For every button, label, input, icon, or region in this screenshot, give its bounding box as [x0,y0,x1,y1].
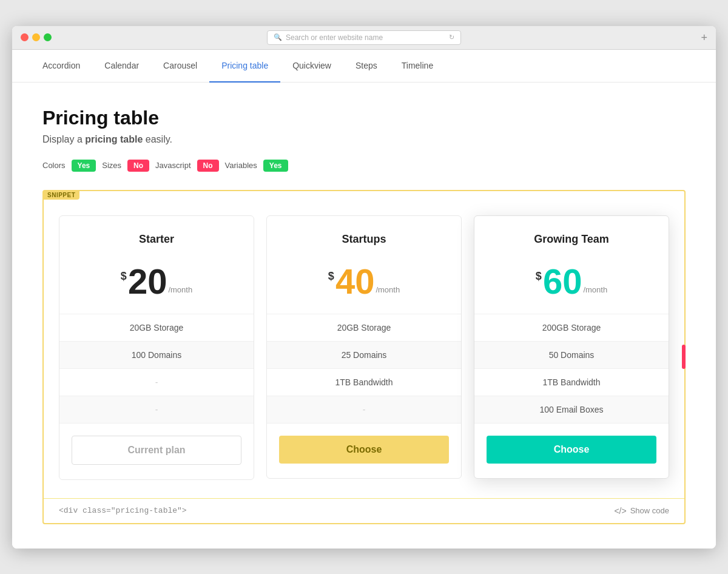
feature-bandwidth-starter: - [59,369,254,396]
feature-domains-starter: 100 Domains [59,342,254,369]
price-amount-growing-team: 60 [543,264,582,299]
address-bar[interactable]: 🔍 Search or enter website name ↻ [267,30,461,45]
refresh-icon[interactable]: ↻ [449,33,454,41]
address-text: Search or enter website name [286,33,383,42]
feature-domains-startups: 25 Domains [267,342,461,369]
feature-storage-startups: 20GB Storage [267,314,461,342]
tab-steps[interactable]: Steps [343,50,389,83]
card-header-startups: Startups [267,216,461,258]
pricing-card-startups: Startups $ 40 /month 20GB Storage 25 Dom… [266,215,462,479]
page-subtitle: Display a pricing table easily. [42,134,686,145]
snippet-footer: <div class="pricing-table"> </> Show cod… [44,498,684,523]
current-plan-button: Current plan [72,436,241,465]
card-header-starter: Starter [59,216,254,258]
traffic-lights [21,33,52,41]
card-price-startups: $ 40 /month [267,258,461,314]
feature-storage-starter: 20GB Storage [59,314,254,342]
tags-row: Colors Yes Sizes No Javascript No Variab… [42,160,686,172]
card-features-starter: 20GB Storage 100 Domains - - [59,314,254,424]
tab-carousel[interactable]: Carousel [151,50,209,83]
show-code-label: Show code [630,506,669,515]
tab-quickview[interactable]: Quickview [280,50,343,83]
card-footer-startups: Choose [267,424,461,478]
feature-email-growing-team: 100 Email Boxes [474,396,669,424]
feature-storage-growing-team: 200GB Storage [474,314,669,342]
feature-email-starter: - [59,396,254,424]
snippet-label: SNIPPET [43,191,79,200]
tag-badge-sizes: No [127,160,149,172]
card-price-growing-team: $ 60 /month [474,258,669,314]
price-dollar-startups: $ [328,270,334,283]
snippet-box: SNIPPET Starter $ 20 /month 20GB Storage… [42,190,686,524]
tag-badge-javascript: No [197,160,219,172]
tag-label-variables: Variables [225,161,257,170]
feature-bandwidth-growing-team: 1TB Bandwidth [474,369,669,396]
choose-growing-team-button[interactable]: Choose [487,436,656,464]
pricing-card-growing-team: Growing Team $ 60 /month 200GB Storage 5… [474,215,669,479]
price-period-growing-team: /month [583,285,607,294]
subtitle-bold: pricing table [85,134,143,144]
tab-calendar[interactable]: Calendar [92,50,151,83]
tag-badge-variables: Yes [263,160,288,172]
nav-tabs: Accordion Calendar Carousel Pricing tabl… [12,50,716,83]
show-code-button[interactable]: </> Show code [614,506,669,516]
choose-startups-button[interactable]: Choose [279,436,449,464]
card-footer-starter: Current plan [59,424,254,479]
maximize-button[interactable] [44,33,52,41]
feature-domains-growing-team: 50 Domains [474,342,669,369]
card-header-growing-team: Growing Team [474,216,669,258]
card-features-growing-team: 200GB Storage 50 Domains 1TB Bandwidth 1… [474,314,669,424]
price-amount-starter: 20 [128,264,167,299]
tag-label-javascript: Javascript [155,161,191,170]
scroll-hint [682,345,686,369]
tag-label-sizes: Sizes [102,161,121,170]
close-button[interactable] [21,33,29,41]
feature-email-startups: - [267,396,461,424]
code-icon: </> [614,506,626,516]
card-price-starter: $ 20 /month [59,258,254,314]
new-tab-button[interactable]: + [701,32,707,43]
browser-window: 🔍 Search or enter website name ↻ + Accor… [12,26,716,549]
search-icon: 🔍 [274,33,282,41]
card-features-startups: 20GB Storage 25 Domains 1TB Bandwidth - [267,314,461,424]
code-preview: <div class="pricing-table"> [59,506,187,515]
feature-bandwidth-startups: 1TB Bandwidth [267,369,461,396]
price-period-startups: /month [376,285,400,294]
subtitle-suffix: easily. [143,134,172,144]
page-title: Pricing table [42,107,686,129]
tab-pricing-table[interactable]: Pricing table [209,50,280,83]
pricing-card-starter: Starter $ 20 /month 20GB Storage 100 Dom… [59,215,254,480]
tab-accordion[interactable]: Accordion [30,50,92,83]
tag-badge-colors: Yes [72,160,96,172]
price-dollar-growing-team: $ [536,270,542,283]
price-period-starter: /month [168,285,192,294]
price-dollar-starter: $ [121,270,127,283]
card-footer-growing-team: Choose [474,424,669,478]
minimize-button[interactable] [32,33,40,41]
main-content: Pricing table Display a pricing table ea… [12,83,716,549]
pricing-table: Starter $ 20 /month 20GB Storage 100 Dom… [59,209,669,498]
tab-timeline[interactable]: Timeline [389,50,445,83]
title-bar: 🔍 Search or enter website name ↻ + [12,26,716,50]
tag-label-colors: Colors [42,161,66,170]
price-amount-startups: 40 [335,264,375,299]
subtitle-prefix: Display a [42,134,85,144]
